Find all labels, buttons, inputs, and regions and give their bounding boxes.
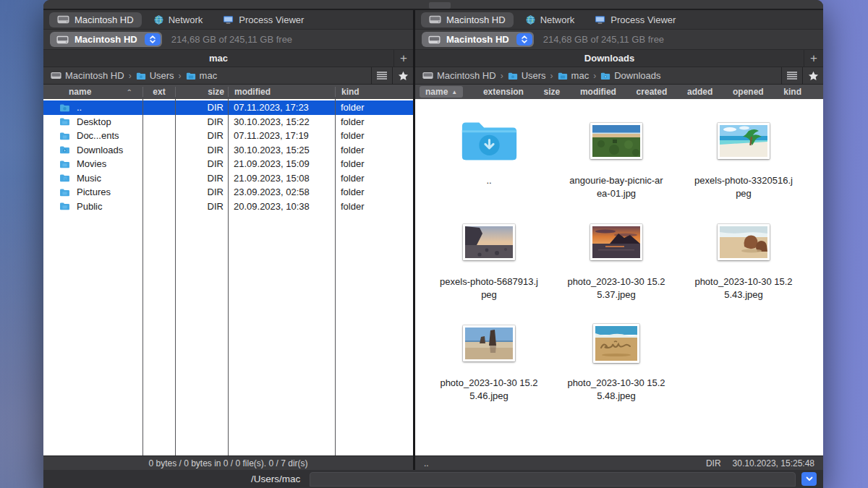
focused-item-date: 30.10.2023, 15:25:48 [733,458,814,468]
column-header-kind[interactable]: kind [335,87,413,97]
selection-summary: 0 bytes / 0 bytes in 0 / 0 file(s). 0 / … [148,458,307,468]
thumbnail-beach-rocks-sand [718,224,770,260]
new-tab-button[interactable]: + [804,50,823,67]
breadcrumb-segment[interactable]: Users [136,70,174,81]
grid-item-image[interactable]: pexels-photo-5687913.jpeg [425,209,553,310]
drive-icon [429,15,441,24]
breadcrumb-segment[interactable]: Macintosh HD [51,70,124,81]
column-header-name[interactable]: name ▲ [420,86,463,98]
tab-macintosh-hd[interactable]: Macintosh HD [421,12,514,27]
file-label: photo_2023-10-30 15.25.48.jpeg [567,377,665,403]
breadcrumb-separator: › [501,71,503,81]
breadcrumb-segment[interactable]: Macintosh HD [422,70,496,81]
column-header-modified[interactable]: modified [580,87,616,97]
favorites-button[interactable] [802,67,823,84]
drive-icon [428,35,441,44]
grid-item-image[interactable]: photo_2023-10-30 15.25.43.jpeg [680,209,807,310]
command-input[interactable] [310,472,796,487]
folder-icon [59,188,70,197]
drive-icon [422,72,433,80]
drive-icon [51,72,61,80]
column-divider [142,99,143,455]
window-drag-nub [429,2,451,9]
file-label: photo_2023-10-30 15.25.46.jpeg [440,377,538,403]
breadcrumb-separator: › [179,71,182,81]
column-header-kind[interactable]: kind [783,87,801,97]
grid-item-image[interactable]: photo_2023-10-30 15.25.46.jpeg [425,310,553,411]
column-header-name[interactable]: name ⌃ [43,87,142,97]
column-header-ext[interactable]: ext [142,87,175,97]
volume-name: Macintosh HD [75,34,137,45]
folder-icon [59,174,70,182]
drive-icon [57,15,69,24]
right-file-grid: .. [415,99,823,455]
grid-item-image[interactable]: pexels-photo-3320516.jpeg [680,108,807,209]
thumbnail-aerial-forest-beach [590,123,642,159]
grid-item-image[interactable]: photo_2023-10-30 15.25.37.jpeg [553,209,680,310]
command-bar: /Users/mac [43,470,823,488]
breadcrumb-segment[interactable]: Users [508,70,546,81]
focused-item-name: .. [424,458,429,468]
column-header-created[interactable]: created [637,87,668,97]
column-header-size[interactable]: size [544,87,561,97]
thumbnail-rocky-coast-dusk [463,224,515,260]
sort-ascending-icon: ⌃ [127,88,132,96]
file-label: .. [440,174,538,187]
current-path-label: /Users/mac [251,474,300,484]
grid-item-parent-dir[interactable]: .. [425,108,553,209]
column-header-extension[interactable]: extension [483,87,524,97]
tab-network[interactable]: Network [518,12,583,27]
column-header-size[interactable]: size [175,87,228,97]
volume-dropdown-icon[interactable] [145,33,161,46]
breadcrumb-segment[interactable]: Downloads [600,70,660,81]
tab-network[interactable]: Network [146,12,211,27]
right-drive-row: Macintosh HD 214,68 GB of 245,11 GB free [415,30,823,50]
file-label: photo_2023-10-30 15.25.43.jpeg [694,275,793,301]
breadcrumb-segment[interactable]: mac [558,70,590,81]
tab-label: Macintosh HD [75,14,134,25]
tab-label: Network [169,14,203,25]
folder-icon [59,117,70,126]
star-icon [398,71,409,81]
tab-label: Macintosh HD [446,14,506,25]
favorites-button[interactable] [392,67,413,84]
new-tab-button[interactable]: + [393,50,413,67]
left-column-headers: name ⌃ ext size modified kind [43,85,413,99]
breadcrumb-separator: › [550,71,553,81]
downloads-folder-icon [59,145,70,154]
right-tab-title-row: Downloads + [415,50,823,67]
tab-label: Process Viewer [239,14,304,25]
folder-icon [59,160,70,168]
column-header-added[interactable]: added [687,87,712,97]
volume-selector[interactable]: Macintosh HD [50,32,162,47]
active-tab-title[interactable]: Downloads [415,50,804,67]
folder-icon [508,72,518,80]
breadcrumb: Macintosh HD › Users › mac [415,67,781,84]
window-top-strip [43,0,823,10]
tab-label: Process Viewer [610,14,676,25]
file-label: pexels-photo-3320516.jpeg [694,174,793,200]
thumbnail-sunset-mountains-sea [590,224,642,260]
list-view-icon [787,72,797,80]
tab-process-viewer[interactable]: Process Viewer [215,12,312,27]
volume-dropdown-icon[interactable] [516,33,532,46]
thumbnail-sea-stacks-beach [463,325,515,361]
breadcrumb-segment[interactable]: mac [186,70,218,81]
grid-item-image[interactable]: angourie-bay-picnic-area-01.jpg [553,108,680,209]
command-history-button[interactable] [801,472,817,486]
folder-icon [186,72,196,80]
breadcrumb-separator: › [129,71,132,81]
view-list-button[interactable] [371,67,392,84]
active-tab-title[interactable]: mac [43,50,393,67]
left-drive-row: Macintosh HD 214,68 GB of 245,11 GB free [43,30,413,50]
tab-process-viewer[interactable]: Process Viewer [587,12,684,27]
tab-macintosh-hd[interactable]: Macintosh HD [49,12,142,27]
volume-selector[interactable]: Macintosh HD [422,32,534,47]
column-header-modified[interactable]: modified [228,87,335,97]
download-folder-icon [459,116,519,166]
view-list-button[interactable] [781,67,802,84]
folder-icon [59,132,70,140]
column-divider [175,99,176,455]
column-header-opened[interactable]: opened [733,87,764,97]
grid-item-image[interactable]: photo_2023-10-30 15.25.48.jpeg [553,310,680,411]
